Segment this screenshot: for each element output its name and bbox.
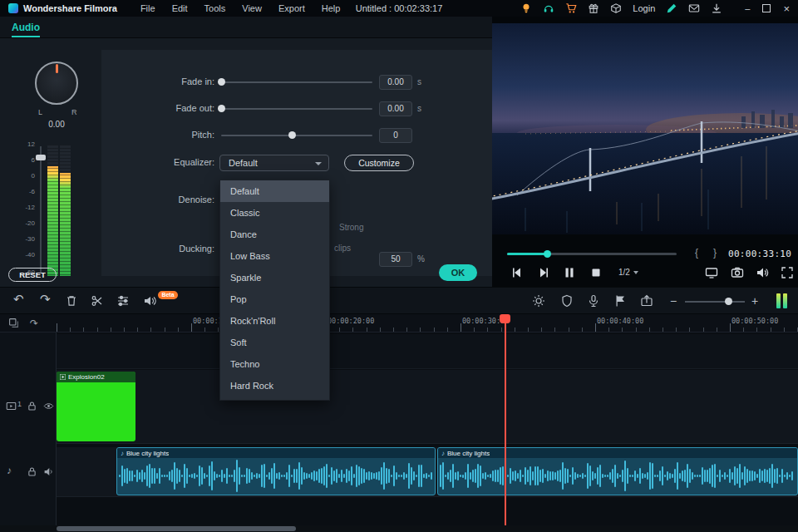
login-link[interactable]: Login (633, 3, 655, 13)
eq-option-rocknroll[interactable]: Rock'n'Roll (220, 310, 329, 332)
support-headset-icon[interactable] (543, 2, 554, 14)
menu-export[interactable]: Export (278, 3, 305, 13)
balance-knob[interactable] (35, 62, 78, 105)
menu-tools[interactable]: Tools (204, 3, 226, 13)
audio-track-mute-icon[interactable] (43, 466, 54, 477)
previous-frame-button[interactable] (510, 266, 524, 279)
volume-speaker-button[interactable] (756, 266, 769, 279)
volume-fader-track[interactable] (40, 146, 42, 273)
second-monitor-button[interactable] (705, 266, 718, 279)
empty-track-lane[interactable] (0, 334, 798, 369)
playhead-line[interactable] (505, 314, 506, 525)
audio-track-lock-icon[interactable] (27, 466, 37, 477)
signature-pen-icon[interactable] (666, 2, 677, 14)
audio-clip-2[interactable]: ♪ Blue city lights (437, 447, 798, 495)
tips-bulb-icon[interactable] (520, 2, 532, 14)
mark-out-brace[interactable]: } (713, 247, 717, 259)
zoom-in-button[interactable]: + (751, 294, 758, 308)
export-frame-button[interactable] (640, 294, 653, 308)
preview-seek-bar[interactable] (507, 253, 677, 255)
hscrollbar-thumb[interactable] (57, 526, 296, 531)
package-icon[interactable] (610, 2, 622, 14)
volume-fader-handle[interactable] (36, 155, 46, 160)
advanced-tune-button[interactable] (116, 294, 130, 308)
preview-seek-handle[interactable] (544, 250, 551, 258)
play-next-frame-button[interactable] (537, 266, 550, 279)
shield-protect-button[interactable] (560, 294, 574, 308)
eq-option-dance[interactable]: Dance (220, 224, 329, 245)
equalizer-selected-value: Default (229, 158, 258, 168)
snapshot-camera-button[interactable] (731, 266, 744, 279)
mail-icon[interactable] (688, 2, 700, 14)
fade-in-slider-handle[interactable] (218, 78, 225, 86)
render-preview-button[interactable] (532, 294, 545, 308)
audio-clip-1[interactable]: ♪ Blue city lights (116, 447, 436, 495)
eq-option-low-bass[interactable]: Low Bass (220, 245, 329, 267)
fullscreen-button[interactable] (781, 266, 794, 279)
audio-clip-name: Blue city lights (447, 450, 490, 457)
pitch-value[interactable]: 0 (379, 128, 412, 143)
denoise-label: Denoise: (125, 195, 214, 204)
audio-waveform (440, 459, 796, 493)
audio-stretch-button[interactable] (143, 294, 156, 308)
playhead-handle[interactable] (500, 314, 510, 323)
split-scissors-button[interactable] (91, 294, 104, 308)
beta-badge: Beta (158, 291, 178, 299)
marker-flag-button[interactable] (613, 294, 627, 308)
upgrade-cart-icon[interactable] (565, 2, 577, 14)
video-clip-explosion[interactable]: Explosion02 (57, 372, 135, 441)
zoom-out-button[interactable]: − (670, 294, 677, 308)
pitch-slider-track[interactable] (221, 135, 372, 136)
minimize-button[interactable]: – (745, 3, 750, 13)
panel-tabbar: Audio (0, 17, 492, 38)
filmora-window: Wondershare Filmora File Edit Tools View… (0, 0, 798, 532)
equalizer-select[interactable]: Default (219, 155, 329, 171)
eq-option-soft[interactable]: Soft (220, 332, 329, 353)
tab-audio-underline (12, 36, 40, 37)
download-icon[interactable] (711, 2, 722, 14)
stop-button[interactable] (589, 266, 603, 279)
meter-bar-icon (783, 293, 787, 308)
eq-option-techno[interactable]: Techno (220, 353, 329, 375)
eq-option-hard-rock[interactable]: Hard Rock (220, 375, 329, 397)
redo-button[interactable]: ↷ (40, 293, 51, 306)
preview-quality-select[interactable]: 1/2 (618, 268, 638, 277)
timeline-zoom-slider-track[interactable] (685, 301, 745, 303)
denoise-strong-label: Strong (339, 223, 363, 232)
customize-button[interactable]: Customize (344, 155, 414, 171)
eq-option-default[interactable]: Default (220, 180, 329, 202)
close-button[interactable]: × (783, 2, 790, 15)
eq-option-classic[interactable]: Classic (220, 202, 329, 224)
menu-edit[interactable]: Edit (172, 3, 188, 13)
manage-tracks-icon[interactable] (8, 318, 19, 328)
video-track-lock-icon[interactable] (27, 401, 37, 411)
pause-button[interactable] (563, 266, 576, 279)
timeline-zoom-slider-handle[interactable] (725, 298, 732, 305)
undo-button[interactable]: ↶ (13, 293, 24, 306)
snap-arrow-icon[interactable]: ↷ (30, 317, 38, 330)
eq-option-sparkle[interactable]: Sparkle (220, 267, 329, 288)
fade-out-slider-handle[interactable] (218, 105, 225, 112)
video-track-visibility-icon[interactable] (43, 401, 54, 411)
pitch-slider-handle[interactable] (288, 131, 296, 139)
menu-help[interactable]: Help (322, 3, 341, 13)
delete-button[interactable] (65, 294, 78, 308)
fade-out-value[interactable]: 0.00 (379, 101, 412, 116)
ok-button[interactable]: OK (439, 264, 477, 281)
menu-file[interactable]: File (140, 3, 155, 13)
fade-out-slider-track[interactable] (221, 108, 372, 110)
fade-in-slider-track[interactable] (221, 81, 372, 83)
audio-meter-toggle[interactable] (776, 293, 788, 308)
maximize-button[interactable] (762, 4, 771, 12)
knob-pointer-icon (56, 64, 58, 73)
timeline-ruler[interactable]: ↷ 00:00:10:00 00:00:20:00 00:00:30:00 00… (0, 314, 798, 332)
eq-option-pop[interactable]: Pop (220, 288, 329, 310)
fade-in-value[interactable]: 0.00 (379, 75, 412, 90)
voiceover-mic-button[interactable] (587, 294, 600, 308)
ducking-value[interactable]: 50 (379, 252, 412, 267)
mark-in-brace[interactable]: { (695, 247, 698, 259)
menu-view[interactable]: View (242, 3, 262, 13)
pitch-label: Pitch: (125, 130, 214, 140)
reset-button[interactable]: RESET (8, 268, 57, 282)
gift-icon[interactable] (588, 2, 599, 14)
